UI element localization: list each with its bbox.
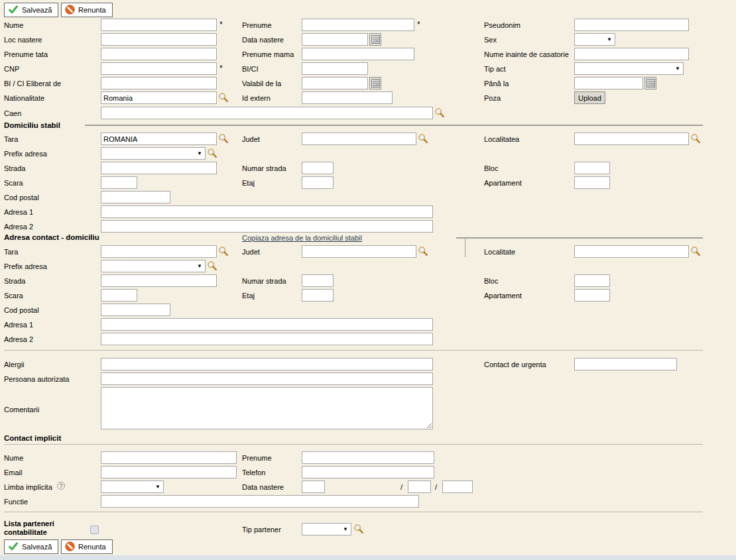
check-icon bbox=[8, 5, 19, 16]
ca-etaj-input[interactable] bbox=[302, 289, 334, 302]
domiciliu-section-title: Domiciliu stabil bbox=[4, 121, 60, 129]
tip-act-select[interactable]: ▼ bbox=[574, 62, 684, 75]
id-extern-input[interactable] bbox=[302, 91, 393, 104]
ca-numar-strada-input[interactable] bbox=[302, 274, 334, 287]
separator bbox=[4, 350, 703, 351]
lista-parteneri-checkbox[interactable] bbox=[90, 526, 99, 534]
ci-prenume-input[interactable] bbox=[302, 451, 434, 464]
ca-judet-label: Judet bbox=[242, 247, 260, 256]
ci-data-nastere-day-input[interactable] bbox=[302, 480, 325, 493]
search-icon[interactable] bbox=[207, 260, 217, 271]
section-separator bbox=[456, 237, 703, 239]
ci-data-nastere-month-input[interactable] bbox=[408, 480, 431, 493]
ca-localitate-label: Localitate bbox=[484, 247, 515, 256]
dom-etaj-input[interactable] bbox=[302, 176, 334, 189]
tip-partener-select[interactable]: ▼ bbox=[302, 523, 351, 535]
ca-bloc-input[interactable] bbox=[574, 274, 610, 287]
dom-adresa1-input[interactable] bbox=[101, 205, 433, 218]
search-icon[interactable] bbox=[218, 246, 229, 256]
search-icon[interactable] bbox=[690, 133, 701, 144]
ca-scara-label: Scara bbox=[4, 291, 23, 300]
loc-nastere-label: Loc nastere bbox=[4, 35, 42, 44]
limba-implicita-select[interactable]: ▼ bbox=[101, 480, 164, 493]
loc-nastere-input[interactable] bbox=[101, 33, 217, 46]
nationalitate-input[interactable] bbox=[101, 91, 217, 104]
ci-telefon-input[interactable] bbox=[302, 466, 434, 478]
dom-localitatea-input[interactable] bbox=[574, 133, 689, 145]
ca-apartament-input[interactable] bbox=[574, 289, 610, 302]
dom-cod-postal-input[interactable] bbox=[101, 191, 170, 203]
calendar-icon[interactable] bbox=[644, 77, 656, 89]
save-button[interactable]: Salvează bbox=[4, 3, 58, 17]
save-button-bottom[interactable]: Salvează bbox=[4, 539, 58, 554]
ca-tara-input[interactable] bbox=[101, 245, 217, 258]
comentarii-textarea[interactable] bbox=[101, 387, 433, 429]
alergii-input[interactable] bbox=[101, 358, 433, 370]
search-icon[interactable] bbox=[353, 524, 364, 534]
cancel-button-label: Renunta bbox=[78, 6, 106, 14]
dom-prefix-select[interactable]: ▼ bbox=[101, 147, 206, 160]
search-icon[interactable] bbox=[434, 107, 445, 118]
ca-localitate-input[interactable] bbox=[574, 245, 689, 258]
dom-judet-input[interactable] bbox=[302, 133, 416, 145]
date-slash: / bbox=[400, 482, 402, 492]
ci-nume-input[interactable] bbox=[101, 451, 237, 464]
dom-tara-input[interactable] bbox=[101, 133, 217, 145]
bici-input[interactable] bbox=[302, 62, 368, 75]
dom-scara-input[interactable] bbox=[101, 176, 137, 189]
cancel-button-bottom[interactable]: Renunta bbox=[61, 539, 113, 554]
dom-strada-input[interactable] bbox=[101, 162, 217, 174]
eliberat-de-input[interactable] bbox=[101, 77, 217, 89]
caen-input[interactable] bbox=[101, 107, 433, 119]
functie-input[interactable] bbox=[101, 495, 419, 508]
persoana-autorizata-label: Persoana autorizata bbox=[4, 374, 69, 384]
ci-telefon-label: Telefon bbox=[242, 468, 265, 477]
upload-button[interactable]: Upload bbox=[574, 91, 605, 104]
ca-strada-input[interactable] bbox=[101, 274, 217, 287]
prenume-label: Prenume bbox=[242, 21, 272, 30]
ca-adresa2-input[interactable] bbox=[101, 333, 433, 345]
search-icon[interactable] bbox=[418, 133, 428, 144]
lista-parteneri-label: Lista parteneri contabilitate bbox=[4, 520, 82, 537]
dropdown-arrow-icon: ▼ bbox=[675, 66, 680, 72]
ci-email-label: Email bbox=[4, 468, 23, 477]
search-icon[interactable] bbox=[218, 92, 229, 103]
cancel-icon bbox=[65, 541, 75, 553]
calendar-icon[interactable] bbox=[369, 77, 381, 89]
prenume-input[interactable] bbox=[302, 19, 414, 31]
dom-bloc-input[interactable] bbox=[574, 162, 610, 174]
dom-scara-label: Scara bbox=[4, 178, 23, 188]
nume-input[interactable] bbox=[101, 19, 217, 31]
prenume-tata-input[interactable] bbox=[101, 48, 217, 60]
valabil-de-la-input[interactable] bbox=[302, 77, 368, 89]
dom-apartament-input[interactable] bbox=[574, 176, 610, 189]
ci-data-nastere-year-input[interactable] bbox=[442, 480, 473, 493]
calendar-icon[interactable] bbox=[369, 33, 381, 46]
ca-adresa1-input[interactable] bbox=[101, 318, 433, 331]
copy-address-link[interactable]: Copiaza adresa de la domiciliul stabil bbox=[242, 234, 362, 242]
cancel-button[interactable]: Renunta bbox=[61, 3, 113, 17]
search-icon[interactable] bbox=[418, 246, 428, 256]
ca-scara-input[interactable] bbox=[101, 289, 137, 302]
dom-adresa2-input[interactable] bbox=[101, 220, 433, 233]
nume-inainte-input[interactable] bbox=[574, 48, 689, 60]
ci-email-input[interactable] bbox=[101, 466, 237, 478]
ca-prefix-select[interactable]: ▼ bbox=[101, 260, 206, 272]
search-icon[interactable] bbox=[690, 246, 701, 256]
data-nastere-input[interactable] bbox=[302, 33, 368, 46]
dom-localitatea-label: Localitatea bbox=[484, 135, 519, 144]
data-nastere-label: Data nastere bbox=[242, 35, 284, 44]
search-icon[interactable] bbox=[218, 133, 229, 144]
pana-la-input[interactable] bbox=[574, 77, 643, 89]
dom-numar-strada-input[interactable] bbox=[302, 162, 334, 174]
pseudonim-input[interactable] bbox=[574, 19, 689, 31]
prenume-mama-input[interactable] bbox=[302, 48, 414, 60]
contact-urgenta-input[interactable] bbox=[574, 358, 677, 370]
ca-cod-postal-input[interactable] bbox=[101, 304, 170, 316]
sex-select[interactable]: ▼ bbox=[574, 33, 615, 46]
cnp-input[interactable] bbox=[101, 62, 217, 75]
persoana-autorizata-input[interactable] bbox=[101, 372, 433, 385]
ca-judet-input[interactable] bbox=[302, 245, 416, 258]
ci-nume-label: Nume bbox=[4, 453, 23, 463]
search-icon[interactable] bbox=[207, 148, 217, 158]
